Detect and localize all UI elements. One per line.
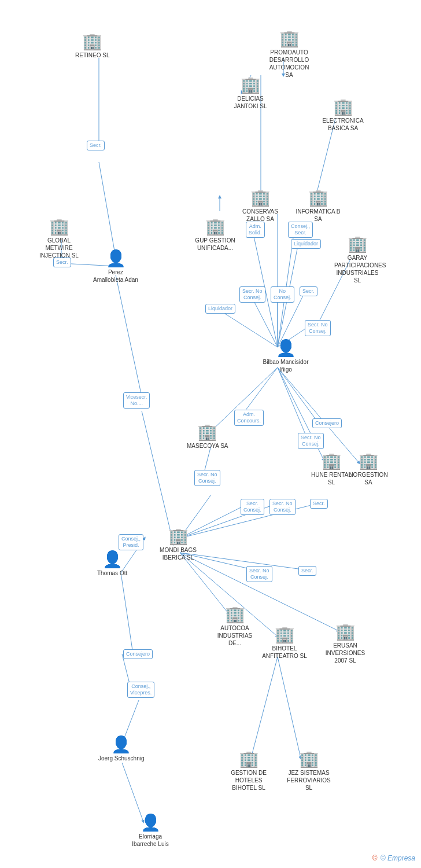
badge-consej-vicepres: Consej.,Vicepres.: [127, 682, 154, 698]
bilbao-label: Bilbao Mancisidor Iñigo: [263, 358, 309, 373]
norgestion-label: NORGESTION SA: [345, 471, 392, 486]
gup-gestion-node: 🏢 GUP GESTION UNIFICADA...: [192, 217, 238, 252]
badge-secr-1: Secr.: [87, 141, 105, 150]
autocoa-label: AUTOCOA INDUSTRIAS DE...: [212, 624, 258, 647]
badge-secr-no-consej-6: Secr. NoConsej.: [246, 566, 272, 582]
badge-adm-concours: Adm.Concours.: [234, 410, 264, 426]
informatica-b-label: INFORMATICA B SA: [295, 208, 341, 223]
thomas-ott-label: Thomas Ott: [97, 569, 127, 577]
global-metwire-node: 🏢 GLOBAL METWIRE INJECTION SL: [36, 217, 82, 259]
svg-line-1: [99, 162, 116, 258]
badge-secr-no-consej-5: Secr. NoConsej.: [269, 499, 296, 515]
badge-liquidador-2: Liquidador: [205, 304, 235, 314]
promoauto-label: PROMOAUTO DESARROLLO AUTOMOCION SA: [266, 49, 312, 79]
perez-label: Perez Amallobieta Adan: [93, 269, 139, 284]
elorriaga-icon: 👤: [141, 813, 160, 832]
badge-secr-no-consej-2: Secr. NoConsej.: [305, 320, 331, 336]
informatica-b-icon: 🏢: [309, 188, 327, 207]
erusan-icon: 🏢: [336, 622, 354, 641]
masecoya-icon: 🏢: [198, 422, 217, 441]
retineo-label: RETINEO SL: [75, 52, 109, 59]
watermark: © © Empresa: [372, 854, 415, 862]
badge-secr-no-consej-1: Secr. NoConsej.: [239, 286, 265, 303]
mondi-bags-label: MONDI BAGS IBERICA SL: [155, 546, 201, 561]
electronica-label: ELECTRONICA BASICA SA: [320, 117, 366, 132]
bilbao-node: 👤 Bilbao Mancisidor Iñigo: [263, 339, 309, 373]
elorriaga-node: 👤 Elorriaga Ibarreche Luis: [127, 813, 173, 848]
autocoa-node: 🏢 AUTOCOA INDUSTRIAS DE...: [212, 605, 258, 647]
norgestion-icon: 🏢: [359, 451, 378, 470]
conservas-zallo-node: 🏢 CONSERVAS ZALLO SA: [237, 188, 283, 223]
electronica-node: 🏢 ELECTRONICA BASICA SA: [320, 97, 366, 132]
bihotel-label: BIHOTEL ANFITEATRO SL: [261, 645, 308, 660]
thomas-ott-icon: 👤: [103, 550, 121, 568]
mondi-bags-node: 🏢 MONDI BAGS IBERICA SL: [155, 527, 201, 561]
delicias-label: DELICIAS JANTOKI SL: [227, 95, 274, 110]
norgestion-node: 🏢 NORGESTION SA: [345, 451, 392, 486]
svg-line-42: [251, 657, 278, 758]
badge-consejero-2: Consejero: [123, 649, 153, 659]
garay-node: 🏢 GARAY PARTICIPACIONES INDUSTRIALES SL: [334, 234, 381, 284]
bihotel-icon: 🏢: [275, 625, 294, 643]
jez-sistemas-node: 🏢 JEZ SISTEMAS FERROVIARIOS SL: [286, 749, 332, 792]
svg-line-5: [142, 411, 173, 544]
perez-icon: 👤: [106, 249, 125, 267]
delicias-icon: 🏢: [241, 75, 260, 94]
badge-consej-secr: Consej.,Secr.: [288, 222, 313, 238]
thomas-ott-node: 👤 Thomas Ott: [97, 550, 127, 577]
badge-secr-no-consej-4: Secr. NoConsej.: [194, 470, 220, 486]
jez-sistemas-label: JEZ SISTEMAS FERROVIARIOS SL: [286, 769, 332, 792]
retineo-icon: 🏢: [83, 32, 102, 50]
retineo-node: 🏢 RETINEO SL: [75, 32, 109, 59]
elorriaga-label: Elorriaga Ibarreche Luis: [127, 833, 173, 848]
mondi-bags-icon: 🏢: [169, 527, 187, 545]
svg-line-23: [278, 367, 306, 437]
svg-line-36: [180, 553, 338, 631]
joerg-icon: 👤: [112, 735, 131, 753]
autocoa-icon: 🏢: [226, 605, 244, 623]
badge-no-consej: NoConsej.: [271, 286, 294, 303]
badge-consejero-1: Consejero: [312, 418, 342, 428]
badge-secr-consej: Secr.Consej.: [241, 499, 264, 515]
bihotel-node: 🏢 BIHOTEL ANFITEATRO SL: [261, 625, 308, 660]
svg-line-43: [278, 657, 301, 758]
badge-consej-presid: Consej.,Presid.: [119, 534, 143, 550]
gup-gestion-label: GUP GESTION UNIFICADA...: [192, 237, 238, 252]
badge-secr-2: Secr.: [53, 258, 71, 267]
copyright-symbol: ©: [372, 854, 378, 862]
informatica-b-node: 🏢 INFORMATICA B SA: [295, 188, 341, 223]
erusan-node: 🏢 ERUSAN INVERSIONES 2007 SL: [322, 622, 368, 664]
conservas-zallo-label: CONSERVAS ZALLO SA: [237, 208, 283, 223]
promoauto-icon: 🏢: [280, 29, 298, 47]
badge-liquidador-1: Liquidador: [291, 239, 321, 249]
svg-line-38: [121, 573, 133, 654]
badge-secr-5: Secr.: [298, 566, 316, 576]
joerg-node: 👤 Joerg Schuschnig: [98, 735, 145, 762]
masecoya-label: MASECOYA SA: [187, 442, 228, 450]
hune-rental-icon: 🏢: [322, 451, 341, 470]
perez-node: 👤 Perez Amallobieta Adan: [93, 249, 139, 284]
bilbao-icon: 👤: [276, 339, 295, 357]
badge-secr-4: Secr.: [310, 499, 328, 509]
badge-adm-solid: Adm.Solid.: [246, 222, 265, 238]
svg-line-4: [116, 275, 142, 396]
global-metwire-icon: 🏢: [50, 217, 68, 236]
gestion-hoteles-label: GESTION DE HOTELES BIHOTEL SL: [226, 769, 272, 792]
badge-secr-3: Secr.: [300, 286, 317, 296]
conservas-zallo-icon: 🏢: [251, 188, 269, 207]
gup-gestion-icon: 🏢: [206, 217, 224, 236]
svg-line-21: [243, 367, 278, 414]
jez-sistemas-icon: 🏢: [300, 749, 318, 768]
promoauto-node: 🏢 PROMOAUTO DESARROLLO AUTOMOCION SA: [266, 29, 312, 79]
svg-line-22: [278, 367, 318, 422]
joerg-label: Joerg Schuschnig: [98, 755, 145, 762]
gestion-hoteles-node: 🏢 GESTION DE HOTELES BIHOTEL SL: [226, 749, 272, 792]
electronica-icon: 🏢: [334, 97, 352, 116]
garay-icon: 🏢: [348, 234, 367, 253]
masecoya-node: 🏢 MASECOYA SA: [187, 422, 228, 450]
global-metwire-label: GLOBAL METWIRE INJECTION SL: [36, 237, 82, 259]
delicias-node: 🏢 DELICIAS JANTOKI SL: [227, 75, 274, 110]
badge-vicesecr: Vicesecr.No....: [123, 392, 150, 409]
erusan-label: ERUSAN INVERSIONES 2007 SL: [322, 642, 368, 664]
gestion-hoteles-icon: 🏢: [239, 749, 258, 768]
